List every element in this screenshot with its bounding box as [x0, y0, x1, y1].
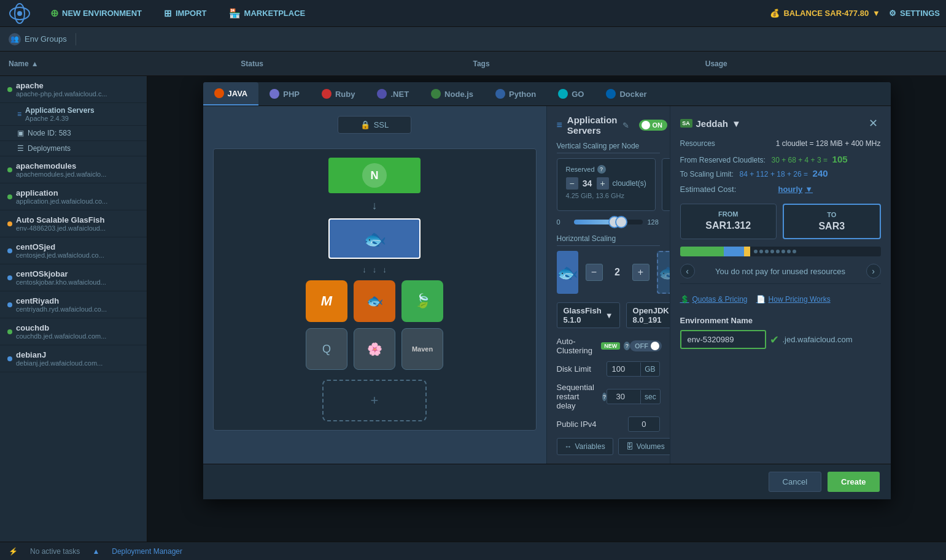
tab-ruby[interactable]: Ruby	[311, 82, 366, 105]
tab-java[interactable]: JAVA	[203, 82, 259, 105]
h-fish-icon-1: 🐟	[557, 263, 578, 283]
status-dot-apachemodules	[7, 167, 12, 172]
sub-node-leaf[interactable]: 🍃	[401, 280, 443, 322]
auto-clustering-row: Auto-Clustering NEW ? OFF	[557, 337, 660, 355]
settings-button[interactable]: ⚙ SETTINGS	[889, 9, 940, 18]
name-column-header[interactable]: Name ▲	[9, 59, 241, 68]
ssl-button[interactable]: 🔒 SSL	[338, 116, 411, 134]
auto-clustering-help[interactable]: ?	[624, 342, 630, 350]
sidebar-item-node[interactable]: ▣ Node ID: 583	[0, 126, 147, 141]
sidebar-item-autoscalable[interactable]: Auto Scalable GlasFish env-4886203.jed.w…	[0, 210, 147, 237]
volumes-button[interactable]: 🗄 Volumes	[618, 438, 670, 455]
tab-go[interactable]: GO	[547, 82, 595, 105]
disk-limit-input[interactable]	[607, 362, 638, 376]
region-select[interactable]: SA Jeddah ▼	[680, 118, 741, 129]
h-fish-primary: 🐟	[557, 251, 578, 294]
sub-nodes-row-2: Q 🌸 Maven	[306, 328, 443, 370]
sub-node-fish[interactable]: 🐟	[354, 280, 395, 322]
sidebar-item-couchdb[interactable]: couchdb couchdb.jed.wafaicloud.com...	[0, 318, 147, 345]
restart-delay-help[interactable]: ?	[602, 393, 607, 401]
openjdk-select[interactable]: OpenJDK 8.0_191 ▼	[626, 302, 670, 328]
glassfish-main-icon: 🐟	[363, 228, 386, 250]
h-decrement-button[interactable]: −	[586, 264, 603, 281]
sidebar-item-apache[interactable]: apache apache-php.jed.wafaicloud.c...	[0, 76, 147, 103]
unused-text: You do not pay for unused resources	[699, 267, 863, 276]
sidebar-item-centosjed[interactable]: centOSjed centosjed.jed.wafaicloud.co...	[0, 237, 147, 264]
slider-min: 0	[557, 218, 569, 226]
h-increment-button[interactable]: +	[632, 264, 649, 281]
sidebar-item-centoskjobar[interactable]: centOSkjobar centoskjobar.kho.wafaicloud…	[0, 264, 147, 291]
hourly-select[interactable]: hourly ▼	[778, 185, 813, 194]
auto-clustering-toggle[interactable]: OFF	[630, 340, 662, 351]
sidebar-item-centriyadh[interactable]: centRiyadh centriyadh.ryd.wafaicloud.co.…	[0, 291, 147, 318]
sidebar-item-debianj[interactable]: debianJ debianj.jed.wafaicloud.com...	[0, 345, 147, 372]
reserved-increment[interactable]: +	[597, 177, 609, 190]
tab-nodejs[interactable]: Node.js	[420, 82, 484, 105]
quotas-pricing-link[interactable]: 💲 Quotas & Pricing	[680, 295, 748, 304]
nav-right: 💰 BALANCE SAR-477.80 ▼ ⚙ SETTINGS	[770, 9, 940, 18]
scaling-slider[interactable]	[574, 220, 643, 224]
how-pricing-icon: 📄	[756, 295, 766, 304]
ipv4-input[interactable]	[629, 417, 659, 431]
app-servers-toggle[interactable]: ON	[639, 120, 668, 131]
env-name-row: ✔ .jed.wafaicloud.com	[680, 330, 881, 349]
docker-tab-icon	[606, 89, 616, 99]
sidebar: apache apache-php.jed.wafaicloud.c... ≡ …	[0, 76, 147, 560]
sidebar-item-deployments[interactable]: ☰ Deployments	[0, 141, 147, 156]
sub-node2-maven[interactable]: Maven	[401, 328, 443, 370]
how-pricing-link[interactable]: 📄 How Pricing Works	[756, 295, 831, 304]
marketplace-button[interactable]: 🏪 MARKETPLACE	[224, 6, 311, 21]
apache-name: apache	[16, 81, 107, 90]
import-button[interactable]: ⊞ IMPORT	[159, 6, 212, 21]
create-environment-dialog: JAVA PHP Ruby .NET	[203, 82, 891, 499]
sub-node-m[interactable]: M	[306, 280, 347, 322]
sidebar-item-application[interactable]: application application.jed.wafaicloud.c…	[0, 183, 147, 210]
tags-column-header[interactable]: Tags	[473, 59, 705, 68]
pricing-header: SA Jeddah ▼ ✕	[680, 116, 881, 131]
hourly-dropdown-icon: ▼	[805, 185, 813, 194]
close-button[interactable]: ✕	[866, 116, 881, 131]
edit-icon[interactable]: ✎	[622, 121, 629, 130]
from-to-boxes: FROM SAR1.312 TO SAR3	[680, 204, 881, 239]
create-button[interactable]: Create	[828, 472, 879, 492]
sub-node2-q[interactable]: Q	[306, 328, 347, 370]
reserved-stepper[interactable]: − 34 +	[566, 177, 609, 190]
scaling-limit-row: To Scaling Limit: 84 + 112 + 18 + 26 = 2…	[680, 168, 881, 178]
balance-button[interactable]: 💰 BALANCE SAR-477.80 ▼	[770, 9, 880, 18]
env-groups-button[interactable]: 👥 Env Groups	[9, 33, 67, 45]
reserved-calc: 30 + 68 + 4 + 3 =	[772, 156, 828, 164]
reserved-help-icon[interactable]: ?	[597, 165, 606, 174]
status-column-header[interactable]: Status	[241, 59, 473, 68]
slider-handle-limit[interactable]	[615, 216, 627, 228]
cancel-button[interactable]: Cancel	[769, 472, 821, 492]
new-environment-button[interactable]: ⊕ NEW ENVIRONMENT	[45, 5, 147, 21]
reserved-decrement[interactable]: −	[566, 177, 578, 190]
restart-delay-input[interactable]	[607, 389, 638, 404]
restart-delay-label: Sequential restart delay	[557, 383, 599, 410]
tab-php[interactable]: PHP	[258, 82, 311, 105]
add-node-button[interactable]: +	[322, 380, 427, 421]
glassfish-dropdown-icon: ▼	[605, 311, 613, 320]
disk-limit-row: Disk Limit GB	[557, 361, 660, 377]
nginx-node[interactable]: N	[328, 158, 421, 193]
deploy-manager-link[interactable]: Deployment Manager	[112, 547, 182, 556]
nodes-area: N ↓ 🐟 ↓ ↓ ↓	[213, 148, 537, 431]
next-arrow-button[interactable]: ›	[866, 264, 881, 278]
prev-arrow-button[interactable]: ‹	[680, 264, 695, 278]
autoscalable-sub: env-4886203.jed.wafaicloud...	[16, 224, 106, 232]
reserved-total: 105	[832, 154, 848, 164]
nodejs-tab-icon	[431, 89, 441, 99]
glassfish-main-node[interactable]: 🐟	[328, 218, 421, 259]
scaling-calc: 84 + 112 + 18 + 26 =	[740, 170, 808, 178]
glassfish-select[interactable]: GlassFish 5.1.0 ▼	[557, 302, 620, 328]
tab-dotnet[interactable]: .NET	[366, 82, 420, 105]
variables-button[interactable]: ↔ Variables	[557, 438, 613, 455]
tab-python[interactable]: Python	[484, 82, 547, 105]
tab-docker[interactable]: Docker	[595, 82, 657, 105]
env-name-input[interactable]	[680, 330, 766, 349]
sidebar-item-app-servers[interactable]: ≡ Application Servers Apache 2.4.39	[0, 103, 147, 126]
usage-column-header[interactable]: Usage	[705, 59, 937, 68]
sub-node2-flower[interactable]: 🌸	[354, 328, 395, 370]
sidebar-item-apachemodules[interactable]: apachemodules apachemodules.jed.wafaiclo…	[0, 156, 147, 183]
p-dot	[759, 250, 763, 253]
